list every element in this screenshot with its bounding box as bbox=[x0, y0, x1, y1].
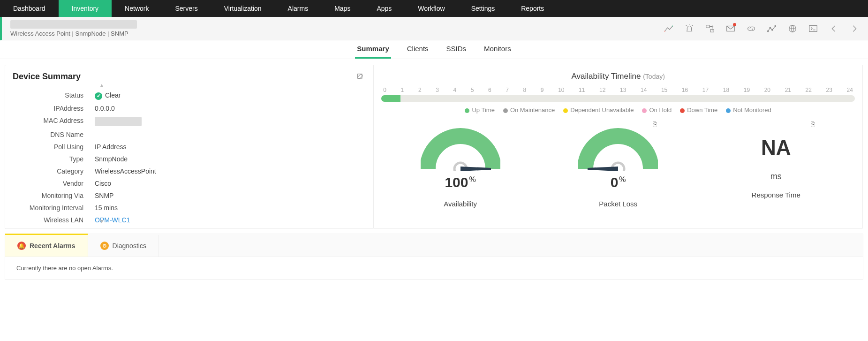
gauge-response-value: NA bbox=[732, 127, 821, 169]
svg-point-0 bbox=[664, 30, 665, 31]
legend-up: Up Time bbox=[465, 106, 494, 114]
kv-value: SnmpNode bbox=[95, 155, 366, 163]
diagnostics-icon: ⚙ bbox=[100, 242, 109, 250]
tab-summary[interactable]: Summary bbox=[355, 40, 391, 59]
svg-rect-10 bbox=[809, 25, 817, 31]
gauge-response-unit: ms bbox=[732, 172, 821, 182]
alarm-empty-msg: Currently there are no open Alarms. bbox=[16, 265, 113, 272]
kv-value: Cisco bbox=[95, 180, 366, 187]
nav-apps[interactable]: Apps bbox=[363, 0, 405, 17]
tab-recent-alarms[interactable]: 🔔 Recent Alarms bbox=[5, 234, 88, 257]
kv-value: 0.0.0.0 bbox=[95, 105, 366, 112]
kv-key: DNS Name bbox=[13, 131, 95, 138]
gauge-response-label: Response Time bbox=[732, 191, 821, 199]
kv-key: Type bbox=[13, 155, 95, 163]
terminal-icon[interactable] bbox=[808, 23, 818, 34]
nav-alarms[interactable]: Alarms bbox=[275, 0, 322, 17]
nav-dashboard[interactable]: Dashboard bbox=[0, 0, 59, 17]
tab-diagnostics-label: Diagnostics bbox=[113, 242, 146, 250]
breadcrumb: Wireless Access Point | SnmpNode | SNMP bbox=[10, 30, 137, 37]
gauge-availability: 100% Availability bbox=[416, 127, 505, 208]
nav-servers[interactable]: Servers bbox=[162, 0, 211, 17]
globe-icon[interactable] bbox=[787, 23, 798, 34]
availability-panel: Availability Timeline (Today) 0123456789… bbox=[373, 65, 863, 229]
mac-masked bbox=[95, 117, 142, 126]
svg-point-8 bbox=[775, 25, 776, 27]
chevron-left-icon[interactable] bbox=[829, 23, 839, 34]
device-name-masked bbox=[10, 20, 137, 29]
nav-inventory[interactable]: Inventory bbox=[59, 0, 112, 17]
alarm-bell-icon[interactable] bbox=[684, 23, 694, 34]
trace-icon[interactable] bbox=[767, 23, 777, 34]
nav-workflow[interactable]: Workflow bbox=[405, 0, 458, 17]
mail-icon[interactable] bbox=[725, 23, 736, 34]
kv-key: Monitoring Interval bbox=[13, 204, 95, 212]
tab-ssids[interactable]: SSIDs bbox=[445, 40, 468, 59]
threshold-icon[interactable]: ⎘ bbox=[811, 120, 815, 128]
alarm-icon: 🔔 bbox=[17, 242, 26, 250]
svg-rect-2 bbox=[706, 25, 709, 28]
top-nav: Dashboard Inventory Network Servers Virt… bbox=[0, 0, 868, 17]
panel-title: Device Summary bbox=[13, 72, 366, 82]
gauge-response-time: ⎘ NA ms Response Time bbox=[732, 127, 821, 199]
kv-key: Vendor bbox=[13, 180, 95, 187]
sub-tabs: Summary Clients SSIDs Monitors bbox=[0, 40, 868, 59]
breadcrumb-bar: Wireless Access Point | SnmpNode | SNMP bbox=[0, 17, 868, 40]
legend-not: Not Monitored bbox=[726, 106, 771, 114]
nav-network[interactable]: Network bbox=[112, 0, 162, 17]
status-badge: Clear bbox=[95, 91, 366, 100]
gauge-row: 100% Availability ⎘ 0% Packet Loss ⎘ NA … bbox=[381, 127, 855, 208]
tab-clients[interactable]: Clients bbox=[405, 40, 430, 59]
toolbar bbox=[664, 23, 860, 34]
alarm-body: Currently there are no open Alarms. bbox=[5, 257, 863, 280]
gauge-packet-loss: ⎘ 0% Packet Loss bbox=[574, 127, 663, 208]
svg-point-1 bbox=[672, 25, 673, 26]
scroll-down-icon[interactable]: ▼ bbox=[98, 218, 106, 226]
kv-key: Poll Using bbox=[13, 143, 95, 151]
legend-dep: Dependent Unavailable bbox=[563, 106, 634, 114]
kv-key: IPAddress bbox=[13, 105, 95, 112]
kv-key: Wireless LAN bbox=[13, 216, 95, 224]
tab-diagnostics[interactable]: ⚙ Diagnostics bbox=[88, 235, 159, 257]
tab-recent-alarms-label: Recent Alarms bbox=[30, 242, 75, 250]
availability-legend: Up Time On Maintenance Dependent Unavail… bbox=[381, 106, 855, 114]
tab-monitors[interactable]: Monitors bbox=[482, 40, 513, 59]
kv-value: SNMP bbox=[95, 192, 366, 199]
gauge-packetloss-label: Packet Loss bbox=[574, 200, 663, 208]
chart-icon[interactable] bbox=[664, 23, 674, 34]
device-summary-panel: Device Summary ▲ StatusClear IPAddress0.… bbox=[5, 65, 374, 229]
threshold-icon[interactable]: ⎘ bbox=[653, 120, 657, 128]
nav-virtualization[interactable]: Virtualization bbox=[211, 0, 275, 17]
kv-key: MAC Address bbox=[13, 117, 95, 126]
nav-settings[interactable]: Settings bbox=[458, 0, 508, 17]
scroll-up-icon[interactable]: ▲ bbox=[98, 82, 106, 90]
gauge-packetloss-value: 0% bbox=[574, 174, 663, 190]
link-icon[interactable] bbox=[746, 23, 756, 34]
timeline-hours: 0123456789101112131415161718192021222324 bbox=[381, 87, 855, 93]
gauge-availability-label: Availability bbox=[416, 200, 505, 208]
availability-bar bbox=[381, 95, 855, 102]
legend-down: Down Time bbox=[680, 106, 717, 114]
gauge-availability-value: 100% bbox=[416, 174, 505, 190]
bottom-tabs: 🔔 Recent Alarms ⚙ Diagnostics bbox=[5, 234, 863, 257]
kv-value bbox=[95, 131, 366, 138]
nav-maps[interactable]: Maps bbox=[321, 0, 363, 17]
kv-value: 15 mins bbox=[95, 204, 366, 212]
edit-icon[interactable] bbox=[356, 73, 364, 82]
kv-value: IP Address bbox=[95, 143, 366, 151]
kv-key: Status bbox=[13, 91, 95, 100]
chevron-right-icon[interactable] bbox=[849, 23, 860, 34]
kv-key: Category bbox=[13, 167, 95, 175]
main-panels: Device Summary ▲ StatusClear IPAddress0.… bbox=[0, 59, 868, 229]
kv-key: Monitoring Via bbox=[13, 192, 95, 199]
nat-traversal-icon[interactable] bbox=[705, 23, 715, 34]
nav-reports[interactable]: Reports bbox=[508, 0, 557, 17]
legend-hold: On Hold bbox=[642, 106, 672, 114]
legend-maint: On Maintenance bbox=[503, 106, 555, 114]
kv-value-link[interactable]: OPM-WLC1 bbox=[95, 216, 366, 224]
availability-title: Availability Timeline (Today) bbox=[381, 72, 855, 81]
kv-value: WirelessAccessPoint bbox=[95, 167, 366, 175]
availability-bar-fill bbox=[381, 95, 400, 102]
